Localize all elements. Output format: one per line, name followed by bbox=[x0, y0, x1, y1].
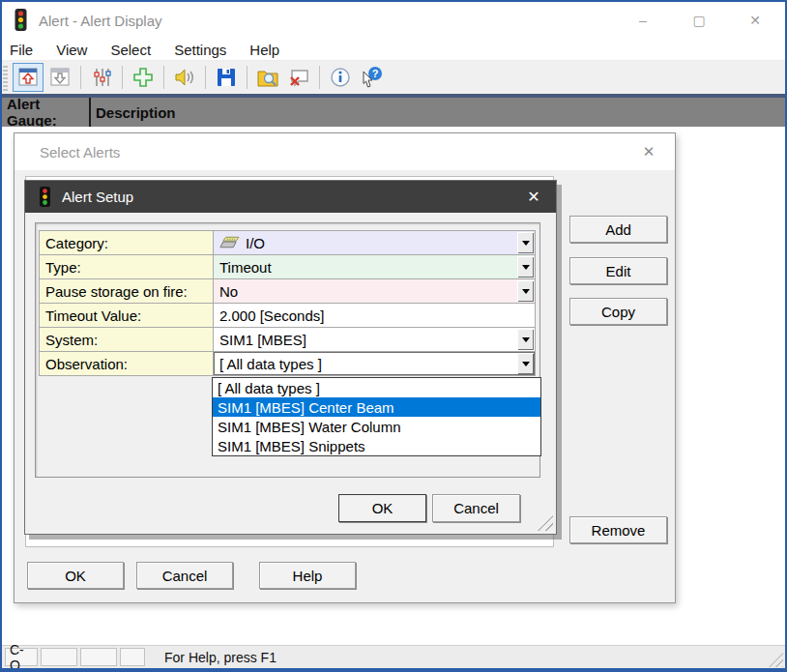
toolbar-clear-messages-button[interactable] bbox=[284, 64, 313, 91]
menu-settings[interactable]: Settings bbox=[162, 42, 238, 58]
traffic-light-icon bbox=[39, 187, 51, 208]
titlebar: Alert - Alert Display – ▢ ✕ bbox=[2, 2, 785, 39]
toolbar-add-button[interactable] bbox=[129, 64, 158, 91]
plus-icon bbox=[131, 66, 155, 89]
menu-file[interactable]: File bbox=[2, 42, 44, 58]
field-value[interactable]: 2.000 [Seconds] bbox=[214, 304, 535, 327]
toolbar-separator bbox=[247, 66, 248, 89]
field-value-text: Timeout bbox=[219, 259, 272, 276]
menu-help[interactable]: Help bbox=[238, 42, 291, 58]
alert-display-window: Alert - Alert Display – ▢ ✕ File View Se… bbox=[0, 0, 787, 672]
status-pane-co: C-O bbox=[5, 648, 38, 666]
folder-search-icon bbox=[256, 66, 279, 89]
column-alert-gauges: Alert Gauge: bbox=[2, 96, 89, 129]
form-row: System: SIM1 [MBES] bbox=[40, 328, 535, 352]
alert-setup-dialog: Alert Setup ✕ Category: I/O Type bbox=[24, 180, 557, 535]
alert-setup-cancel-button[interactable]: Cancel bbox=[432, 494, 520, 522]
field-label: Category: bbox=[40, 231, 214, 254]
form-row: Timeout Value: 2.000 [Seconds] bbox=[40, 304, 535, 328]
field-label: System: bbox=[40, 328, 214, 351]
window-up-icon bbox=[16, 66, 40, 89]
dropdown-button[interactable] bbox=[517, 232, 534, 253]
toolbar-separator bbox=[319, 66, 320, 89]
toolbar-about-button[interactable] bbox=[326, 64, 355, 91]
speaker-icon bbox=[173, 66, 196, 89]
close-icon: ✕ bbox=[527, 188, 539, 206]
dropdown-button[interactable] bbox=[517, 256, 534, 278]
select-alerts-help-button[interactable]: Help bbox=[259, 562, 356, 589]
field-value-text: No bbox=[219, 283, 238, 300]
dropdown-option[interactable]: [ All data types ] bbox=[213, 378, 540, 397]
field-label: Pause storage on fire: bbox=[40, 279, 214, 303]
alert-setup-title: Alert Setup bbox=[62, 189, 133, 205]
select-alerts-close-button[interactable]: ✕ bbox=[632, 133, 665, 170]
dropdown-button[interactable] bbox=[517, 329, 534, 350]
menu-view[interactable]: View bbox=[44, 42, 99, 58]
traffic-light-icon bbox=[14, 9, 28, 32]
io-connector-icon bbox=[219, 236, 240, 249]
form-row: Pause storage on fire: No bbox=[40, 279, 535, 304]
dropdown-option[interactable]: SIM1 [MBES] Water Column bbox=[213, 417, 540, 436]
field-value-text: [ All data types ] bbox=[219, 356, 322, 372]
toolbar-save-button[interactable] bbox=[212, 64, 241, 91]
window-title: Alert - Alert Display bbox=[39, 13, 162, 29]
field-value[interactable]: I/O bbox=[214, 231, 535, 254]
field-value-text: 2.000 [Seconds] bbox=[219, 307, 324, 324]
alert-grid-header: Alert Gauge: Description bbox=[2, 98, 785, 128]
toolbar-window-up-button[interactable] bbox=[13, 63, 44, 92]
chevron-down-icon bbox=[522, 337, 530, 342]
alert-setup-ok-button[interactable]: OK bbox=[338, 494, 426, 522]
svg-text:?: ? bbox=[372, 68, 379, 79]
dropdown-option[interactable]: SIM1 [MBES] Snippets bbox=[213, 436, 540, 455]
minimize-button[interactable]: – bbox=[615, 2, 671, 39]
help-pointer-icon: ? bbox=[360, 66, 383, 89]
select-alerts-ok-button[interactable]: OK bbox=[27, 562, 124, 589]
toolbar-gauge-settings-button[interactable] bbox=[87, 64, 116, 91]
select-alerts-cancel-button[interactable]: Cancel bbox=[136, 562, 233, 589]
resize-grip[interactable] bbox=[538, 515, 553, 531]
close-button[interactable]: ✕ bbox=[727, 2, 783, 39]
toolbar-review-button[interactable] bbox=[253, 64, 282, 91]
toolbar-separator bbox=[163, 66, 164, 89]
dropdown-option[interactable]: SIM1 [MBES] Center Beam bbox=[213, 397, 540, 417]
field-label: Type: bbox=[40, 255, 214, 278]
statusbar-resize-grip[interactable] bbox=[769, 653, 783, 667]
field-value[interactable]: SIM1 [MBES] bbox=[214, 328, 535, 351]
window-frame-bottom bbox=[0, 668, 787, 672]
add-button[interactable]: Add bbox=[569, 216, 667, 243]
dropdown-button[interactable] bbox=[517, 280, 534, 302]
minimize-icon: – bbox=[639, 13, 647, 28]
chevron-down-icon bbox=[522, 289, 530, 294]
form-row: Type: Timeout bbox=[40, 255, 535, 279]
close-icon: ✕ bbox=[749, 13, 761, 28]
toolbar-context-help-button[interactable]: ? bbox=[357, 64, 386, 91]
status-pane bbox=[120, 648, 145, 666]
remove-button[interactable]: Remove bbox=[569, 516, 667, 543]
field-value[interactable]: No bbox=[214, 279, 535, 303]
status-pane bbox=[41, 648, 77, 666]
toolbar: ? bbox=[2, 61, 785, 94]
form-rows: Category: I/O Type: bbox=[39, 230, 536, 376]
toolbar-window-down-button[interactable] bbox=[45, 64, 74, 91]
edit-button[interactable]: Edit bbox=[569, 257, 667, 284]
maximize-button[interactable]: ▢ bbox=[671, 2, 727, 39]
alert-setup-close-button[interactable]: ✕ bbox=[517, 181, 550, 213]
field-value-text: SIM1 [MBES] bbox=[219, 332, 306, 348]
field-value[interactable]: Timeout bbox=[214, 255, 535, 278]
menu-select[interactable]: Select bbox=[99, 42, 162, 58]
dropdown-button[interactable] bbox=[517, 353, 534, 374]
field-label: Observation: bbox=[40, 352, 214, 375]
menubar: File View Select Settings Help bbox=[2, 39, 785, 61]
toolbar-sound-button[interactable] bbox=[170, 64, 199, 91]
select-alerts-titlebar: Select Alerts bbox=[15, 133, 675, 170]
field-value[interactable]: [ All data types ] bbox=[214, 352, 535, 375]
select-alerts-title: Select Alerts bbox=[40, 144, 120, 161]
maximize-icon: ▢ bbox=[692, 13, 705, 28]
column-description: Description bbox=[91, 104, 176, 121]
toolbar-gripper[interactable] bbox=[3, 64, 8, 91]
field-label: Timeout Value: bbox=[40, 304, 214, 327]
copy-button[interactable]: Copy bbox=[569, 298, 667, 325]
info-icon bbox=[329, 66, 352, 89]
toolbar-separator bbox=[80, 66, 81, 89]
message-delete-icon bbox=[287, 66, 310, 89]
